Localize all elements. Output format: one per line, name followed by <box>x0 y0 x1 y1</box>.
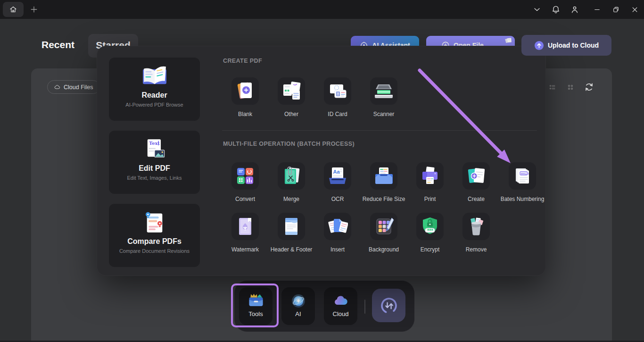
print-icon <box>416 162 444 190</box>
tool-other[interactable]: Other <box>268 77 314 128</box>
tool-create[interactable]: Create <box>453 162 499 213</box>
tool-label: OCR <box>331 196 344 202</box>
tool-label: Header & Footer <box>271 246 313 253</box>
feature-cards: ReaderAI-Powered PDF BrowseTextEdit PDFE… <box>109 58 200 267</box>
home-icon <box>9 5 17 14</box>
tool-label: Encrypt <box>421 246 440 253</box>
edit-pdf-icon: Text <box>109 137 200 162</box>
dock-label: AI <box>295 310 301 317</box>
reader-book-icon <box>109 64 200 89</box>
app-window: Recent Starred AI Assistant Open File Up… <box>0 0 644 342</box>
tool-remove[interactable]: Remove <box>453 213 499 263</box>
tool-label: Merge <box>283 196 299 202</box>
tool-merge[interactable]: Merge <box>268 162 314 213</box>
tool-label: Remove <box>466 246 487 253</box>
create-pdf-grid: BlankOtherID CardScanner <box>222 77 547 128</box>
insert-icon <box>324 213 351 240</box>
close-icon <box>630 5 639 14</box>
minimize-button[interactable] <box>587 0 606 19</box>
close-button[interactable] <box>625 0 644 19</box>
encrypt-icon: *** <box>416 213 444 240</box>
grid-view-icon[interactable] <box>566 83 575 92</box>
tool-insert[interactable]: Insert <box>314 213 361 263</box>
popup-right-column: CREATE PDF BlankOtherID CardScanner MULT… <box>222 46 547 275</box>
tool-label: Background <box>369 246 399 253</box>
feature-title: Reader <box>109 91 200 100</box>
tool-label: Watermark <box>231 246 259 253</box>
tool-watermark[interactable]: Watermark <box>222 213 268 263</box>
minimize-icon <box>593 5 602 14</box>
convert-cycle-icon <box>378 295 400 317</box>
tool-label: Scanner <box>373 111 395 117</box>
blank-icon <box>231 77 259 105</box>
create-pdf-heading: CREATE PDF <box>223 58 262 64</box>
tool-label: Convert <box>235 196 255 202</box>
feature-card-reader[interactable]: ReaderAI-Powered PDF Browse <box>109 58 200 121</box>
upload-to-cloud-button[interactable]: Upload to Cloud <box>521 35 611 56</box>
tab-recent[interactable]: Recent <box>41 39 74 50</box>
feature-card-edit-pdf[interactable]: TextEdit PDFEdit Text, Images, Links <box>109 131 200 194</box>
id-card-icon <box>324 77 351 105</box>
tool-label: Bates Numbering <box>501 196 545 202</box>
documents-graphic-icon <box>504 36 513 44</box>
upload-to-cloud-label: Upload to Cloud <box>548 42 599 49</box>
dock-cloud[interactable]: Cloud <box>324 287 357 325</box>
tool-label: ID Card <box>328 111 347 117</box>
svg-text:000123: 000123 <box>520 172 529 175</box>
header-footer-icon <box>278 213 305 240</box>
batch-process-heading: MULTI-FILE OPERATION (BATCH PROCESS) <box>223 141 355 147</box>
feature-title: Compare PDFs <box>109 237 200 246</box>
tool-label: Create <box>468 196 485 202</box>
feature-subtitle: Edit Text, Images, Links <box>109 175 200 181</box>
create-icon <box>462 162 490 190</box>
tool-label: Other <box>284 111 298 117</box>
tool-convert[interactable]: Convert <box>222 162 268 213</box>
tool-scanner[interactable]: Scanner <box>361 77 407 128</box>
cloud-files-button[interactable]: Cloud Files <box>47 80 100 94</box>
tool-id-card[interactable]: ID Card <box>314 77 361 128</box>
chevron-down-icon[interactable] <box>532 5 542 14</box>
titlebar <box>0 0 644 19</box>
ai-orb-icon <box>290 292 307 310</box>
svg-text:Aa: Aa <box>333 169 340 175</box>
tool-ocr[interactable]: AaOCR <box>314 162 361 213</box>
bates-numbering-icon: 000123 <box>509 162 536 190</box>
merge-icon <box>278 162 305 190</box>
dock-label: Cloud <box>333 310 349 317</box>
tool-label: Blank <box>238 111 252 117</box>
cloud-files-label: Cloud Files <box>64 84 93 91</box>
convert-action-button[interactable] <box>372 289 405 322</box>
tool-print[interactable]: Print <box>407 162 453 213</box>
dock-ai[interactable]: AI <box>281 287 315 325</box>
reduce-file-size-icon <box>370 162 397 190</box>
new-tab-button[interactable] <box>29 5 39 14</box>
watermark-icon <box>231 213 259 240</box>
tool-blank[interactable]: Blank <box>222 77 268 128</box>
feature-title: Edit PDF <box>109 164 200 173</box>
feature-card-compare-pdfs[interactable]: Compare PDFsCompare Document Revisions <box>109 204 200 267</box>
restore-button[interactable] <box>606 0 625 19</box>
feature-subtitle: Compare Document Revisions <box>109 248 200 254</box>
home-tab[interactable] <box>3 2 24 17</box>
list-view-icon[interactable] <box>548 83 557 92</box>
tool-background[interactable]: Background <box>361 213 407 263</box>
cloud-icon <box>54 83 61 91</box>
tool-reduce-file-size[interactable]: Reduce File Size <box>361 162 407 213</box>
svg-text:***: *** <box>427 228 434 234</box>
upload-circle-icon <box>534 41 544 50</box>
tools-popup: ReaderAI-Powered PDF BrowseTextEdit PDFE… <box>97 46 546 276</box>
feature-subtitle: AI-Powered PDF Browse <box>109 102 200 108</box>
dock-divider <box>364 300 365 314</box>
bell-icon[interactable] <box>551 5 561 14</box>
refresh-icon[interactable] <box>584 82 594 92</box>
convert-icon <box>231 162 259 190</box>
tool-encrypt[interactable]: ***Encrypt <box>407 213 453 263</box>
tool-bates-numbering[interactable]: 000123Bates Numbering <box>499 162 545 213</box>
tool-label: Print <box>424 196 436 202</box>
tools-highlight-annotation <box>231 284 279 327</box>
tool-header-footer[interactable]: Header & Footer <box>268 213 314 263</box>
background-icon <box>370 213 397 240</box>
restore-icon <box>611 5 620 14</box>
user-icon[interactable] <box>570 5 579 14</box>
cloud-dock-icon <box>332 292 349 310</box>
